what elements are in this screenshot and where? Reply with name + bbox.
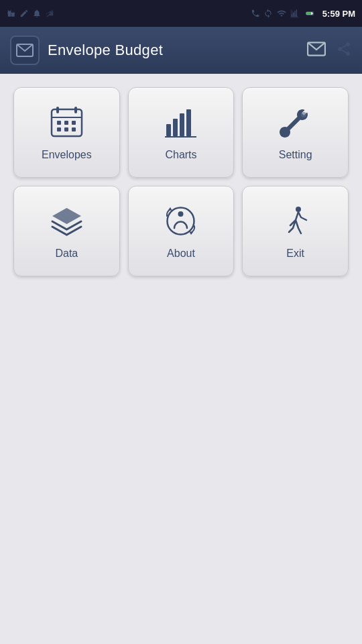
share-action-button[interactable] xyxy=(336,41,352,60)
svg-rect-14 xyxy=(64,127,68,131)
status-icons-right: 5:59 PM xyxy=(251,9,355,19)
envelopes-label: Envelopes xyxy=(42,149,92,161)
svg-rect-17 xyxy=(173,119,178,136)
svg-rect-11 xyxy=(64,121,68,125)
svg-rect-13 xyxy=(57,127,61,131)
about-button[interactable]: About xyxy=(128,186,235,276)
svg-point-22 xyxy=(301,112,306,117)
status-icons-left xyxy=(7,9,54,18)
email-action-button[interactable] xyxy=(307,42,326,59)
main-content: Envelopes Charts xyxy=(0,74,362,290)
setting-label: Setting xyxy=(279,149,312,161)
svg-rect-18 xyxy=(180,113,184,136)
charts-label: Charts xyxy=(165,149,196,161)
app-bar-actions xyxy=(307,41,352,60)
app-bar: Envelope Budget xyxy=(0,27,362,74)
layers-icon xyxy=(48,203,85,239)
running-person-icon xyxy=(277,203,314,239)
svg-rect-7 xyxy=(56,107,59,113)
svg-rect-19 xyxy=(186,109,191,136)
svg-rect-8 xyxy=(74,107,77,113)
status-bar: 5:59 PM xyxy=(0,0,362,27)
time-display: 5:59 PM xyxy=(322,9,355,19)
svg-point-21 xyxy=(283,130,287,134)
wrench-icon xyxy=(277,104,314,141)
svg-rect-16 xyxy=(166,124,171,136)
svg-rect-12 xyxy=(72,121,76,125)
app-logo xyxy=(10,36,40,65)
data-label: Data xyxy=(55,248,78,260)
about-label: About xyxy=(167,248,195,260)
svg-rect-10 xyxy=(57,121,61,125)
app-title: Envelope Budget xyxy=(48,42,163,59)
svg-rect-2 xyxy=(312,13,313,13)
app-bar-left: Envelope Budget xyxy=(10,36,163,65)
svg-rect-1 xyxy=(306,12,312,15)
menu-grid: Envelopes Charts xyxy=(13,87,349,276)
circle-arrows-icon xyxy=(162,203,199,239)
bar-chart-icon xyxy=(162,104,199,141)
envelopes-button[interactable]: Envelopes xyxy=(13,87,120,178)
svg-rect-15 xyxy=(72,127,76,131)
exit-button[interactable]: Exit xyxy=(242,186,349,276)
svg-point-24 xyxy=(178,211,184,217)
setting-button[interactable]: Setting xyxy=(242,87,349,178)
data-button[interactable]: Data xyxy=(13,186,120,276)
calendar-icon xyxy=(48,104,85,141)
charts-button[interactable]: Charts xyxy=(128,87,235,178)
exit-label: Exit xyxy=(286,248,304,260)
